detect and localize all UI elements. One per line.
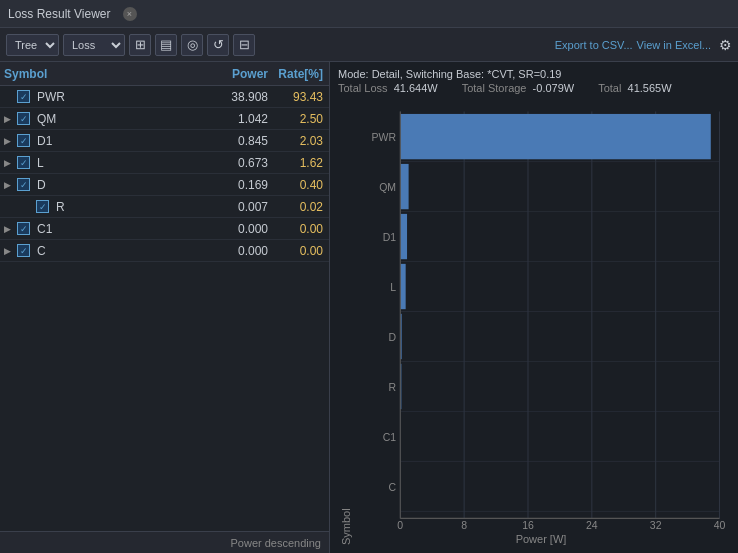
table-row[interactable]: ✓PWR38.90893.43 <box>0 86 329 108</box>
td-rate: 0.00 <box>274 244 329 258</box>
table-row[interactable]: ✓R0.0070.02 <box>0 196 329 218</box>
row-checkbox[interactable]: ✓ <box>17 134 30 147</box>
expand-arrow[interactable]: ▶ <box>4 158 14 168</box>
expand-arrow[interactable]: ▶ <box>4 114 14 124</box>
stat-label: Total Storage <box>462 82 533 94</box>
export-excel-link[interactable]: View in Excel... <box>637 39 711 51</box>
stat-value: 41.644W <box>394 82 438 94</box>
table-row[interactable]: ▶✓D0.1690.40 <box>0 174 329 196</box>
table-row[interactable]: ▶✓C0.0000.00 <box>0 240 329 262</box>
row-checkbox[interactable]: ✓ <box>17 156 30 169</box>
row-checkbox[interactable]: ✓ <box>36 200 49 213</box>
svg-text:16: 16 <box>522 518 534 530</box>
grid-view-button[interactable]: ⊞ <box>129 34 151 56</box>
td-power: 0.845 <box>214 134 274 148</box>
row-checkbox[interactable]: ✓ <box>17 244 30 257</box>
title-bar: Loss Result Viewer × <box>0 0 738 28</box>
row-checkbox[interactable]: ✓ <box>17 112 30 125</box>
table-row[interactable]: ▶✓C10.0000.00 <box>0 218 329 240</box>
chart-stats: Total Loss 41.644WTotal Storage -0.079WT… <box>338 82 730 94</box>
symbol-name: L <box>37 156 44 170</box>
stat-item: Total 41.565W <box>598 82 671 94</box>
expand-arrow[interactable]: ▶ <box>4 224 14 234</box>
td-power: 38.908 <box>214 90 274 104</box>
table-row[interactable]: ▶✓QM1.0422.50 <box>0 108 329 130</box>
row-checkbox[interactable]: ✓ <box>17 222 30 235</box>
symbol-name: D <box>37 178 46 192</box>
stat-item: Total Loss 41.644W <box>338 82 438 94</box>
td-power: 0.000 <box>214 222 274 236</box>
view-select[interactable]: Tree Flat <box>6 34 59 56</box>
symbol-name: C <box>37 244 46 258</box>
svg-text:C: C <box>389 481 397 494</box>
symbol-name: C1 <box>37 222 52 236</box>
right-panel: Mode: Detail, Switching Base: *CVT, SR=0… <box>330 62 738 553</box>
td-symbol: ▶✓D1 <box>0 134 214 148</box>
svg-text:0: 0 <box>397 518 403 530</box>
td-power: 0.000 <box>214 244 274 258</box>
td-symbol: ▶✓QM <box>0 112 214 126</box>
export-csv-link[interactable]: Export to CSV... <box>555 39 633 51</box>
row-checkbox[interactable]: ✓ <box>17 178 30 191</box>
export-small-button[interactable]: ⊟ <box>233 34 255 56</box>
td-rate: 2.50 <box>274 112 329 126</box>
table-body: ✓PWR38.90893.43▶✓QM1.0422.50▶✓D10.8452.0… <box>0 86 329 531</box>
chart-svg: PWRQMD1LDRC1C0816243240 <box>352 100 730 530</box>
svg-text:PWR: PWR <box>372 131 396 144</box>
footer-text: Power descending <box>230 537 321 549</box>
svg-text:R: R <box>389 381 397 394</box>
td-rate: 0.02 <box>274 200 329 214</box>
chart-mode-info: Mode: Detail, Switching Base: *CVT, SR=0… <box>338 68 730 80</box>
td-power: 0.007 <box>214 200 274 214</box>
col-symbol-header: Symbol <box>0 67 214 81</box>
stat-label: Total Loss <box>338 82 394 94</box>
td-symbol: ✓PWR <box>0 90 214 104</box>
svg-rect-16 <box>400 264 405 309</box>
table-row[interactable]: ▶✓D10.8452.03 <box>0 130 329 152</box>
chart-inner: PWRQMD1LDRC1C0816243240 Power [W] <box>352 100 730 545</box>
svg-text:24: 24 <box>586 518 598 530</box>
td-power: 0.673 <box>214 156 274 170</box>
svg-text:32: 32 <box>650 518 662 530</box>
settings-button[interactable]: ⚙ <box>719 37 732 53</box>
td-symbol: ▶✓D <box>0 178 214 192</box>
toolbar: Tree Flat Loss Power ⊞ ▤ ◎ ↺ ⊟ Export to… <box>0 28 738 62</box>
td-rate: 0.00 <box>274 222 329 236</box>
left-panel: Symbol Power Rate[%] ✓PWR38.90893.43▶✓QM… <box>0 62 330 553</box>
svg-text:8: 8 <box>461 518 467 530</box>
y-axis-label: Symbol <box>338 100 352 545</box>
refresh-button[interactable]: ↺ <box>207 34 229 56</box>
svg-text:C1: C1 <box>383 431 396 444</box>
svg-rect-7 <box>400 114 710 159</box>
table-row[interactable]: ▶✓L0.6731.62 <box>0 152 329 174</box>
type-select[interactable]: Loss Power <box>63 34 125 56</box>
td-rate: 1.62 <box>274 156 329 170</box>
filter-button[interactable]: ◎ <box>181 34 203 56</box>
symbol-name: QM <box>37 112 56 126</box>
export-links: Export to CSV... View in Excel... <box>555 39 711 51</box>
td-symbol: ▶✓L <box>0 156 214 170</box>
td-power: 1.042 <box>214 112 274 126</box>
td-power: 0.169 <box>214 178 274 192</box>
list-view-button[interactable]: ▤ <box>155 34 177 56</box>
td-rate: 2.03 <box>274 134 329 148</box>
td-symbol: ▶✓C1 <box>0 222 214 236</box>
stat-value: 41.565W <box>628 82 672 94</box>
td-rate: 0.40 <box>274 178 329 192</box>
stat-label: Total <box>598 82 627 94</box>
table-header: Symbol Power Rate[%] <box>0 62 329 86</box>
td-rate: 93.43 <box>274 90 329 104</box>
expand-arrow[interactable]: ▶ <box>4 246 14 256</box>
table-footer: Power descending <box>0 531 329 553</box>
svg-text:D1: D1 <box>383 231 396 244</box>
x-axis-title: Power [W] <box>352 533 730 545</box>
close-button[interactable]: × <box>123 7 137 21</box>
row-checkbox[interactable]: ✓ <box>17 90 30 103</box>
stat-item: Total Storage -0.079W <box>462 82 575 94</box>
svg-rect-10 <box>400 164 408 209</box>
col-power-header: Power <box>214 67 274 81</box>
chart-area: Symbol PWRQMD1LDRC1C0816243240 Power [W] <box>338 100 730 545</box>
expand-arrow[interactable]: ▶ <box>4 180 14 190</box>
expand-arrow[interactable]: ▶ <box>4 136 14 146</box>
td-symbol: ✓R <box>0 200 214 214</box>
